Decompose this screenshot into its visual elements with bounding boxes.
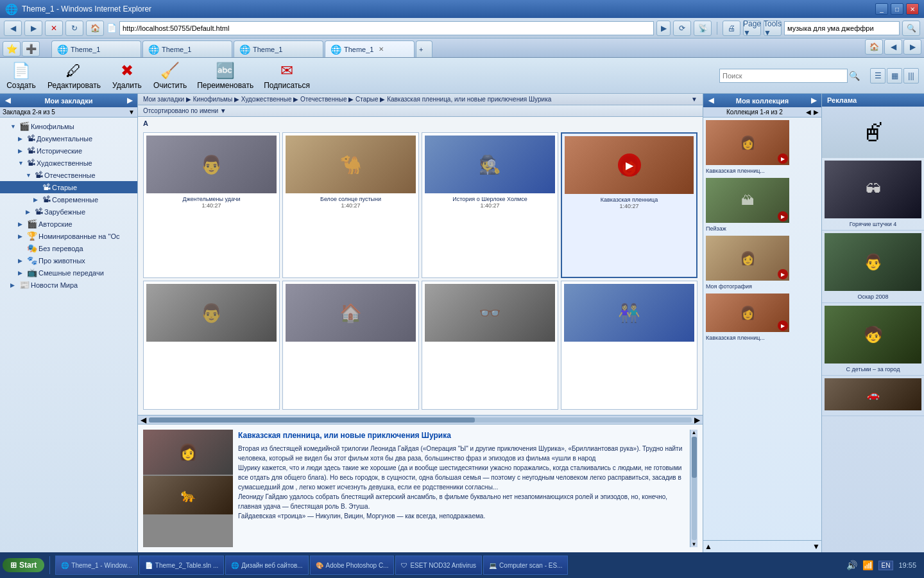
media-item-4[interactable]: 👨 [143,281,280,410]
coll-item-0[interactable]: 👩 ▶ [706,120,819,165]
media-item-2[interactable]: 🕵 История о Шерлоке Холмсе 1:40:27 [422,132,558,278]
coll-nav-prev[interactable]: ◀ [708,96,714,105]
coll-play-2[interactable]: ▶ [778,269,788,279]
window-controls[interactable]: _ □ ✕ [875,3,919,15]
panel-nav-icon[interactable]: ▼ [128,109,135,116]
tab-close-4[interactable]: ✕ [379,46,384,53]
tree-item-prozziv[interactable]: ▶ 🐾 Про животных [0,254,137,267]
forward-button[interactable]: ▶ [24,21,42,36]
list-view-button[interactable]: ☰ [870,68,886,83]
play-button-3[interactable]: ▶ [618,153,641,177]
grid-view-button[interactable]: ▦ [887,68,902,83]
tree-item-bezperev[interactable]: 🎭 Без перевода [0,242,137,254]
coll-item-2[interactable]: 👩 ▶ [706,236,819,281]
subscribe-button[interactable]: ✉ Подписаться [264,62,310,90]
language-button[interactable]: EN [878,561,894,570]
tree-item-hudozh[interactable]: ▼ 📽 Художественные [0,157,137,169]
clear-button[interactable]: 🧹 Очистить [153,62,187,90]
home-button[interactable]: 🏠 [86,21,104,36]
tree-item-histor[interactable]: ▶ 📽 Исторические [0,144,137,157]
media-item-3[interactable]: 👩 ▶ Кавказская пленница 1:40:27 [561,132,697,278]
coll-item-1[interactable]: 🏔 ▶ [706,178,819,223]
coll-nav-next[interactable]: ▶ [811,96,816,105]
media-item-1[interactable]: 🐪 Белое солнце пустыни 1:40:27 [282,132,419,278]
coll-play-0[interactable]: ▶ [778,153,788,164]
scroll-down[interactable]: ▼ [692,541,697,547]
coll-scroll-left[interactable]: ◀ [806,109,811,116]
ad-item-2[interactable]: 🧒 С детьми – за город [822,303,924,376]
coll-play-3[interactable]: ▶ [778,320,788,331]
scrollbar-right[interactable]: ▶ [694,416,700,425]
coll-up-arrow[interactable]: ▲ [705,542,712,551]
tab-3[interactable]: 🌐 Theme_1 [234,40,323,57]
minimize-button[interactable]: _ [875,3,888,15]
taskbar-item-5[interactable]: 💻 Computer scan - ES... [483,556,568,575]
tree-item-novosti[interactable]: ▶ 📰 Новости Мира [0,279,137,291]
toolbar-search-input[interactable] [719,69,848,83]
desc-title[interactable]: Кавказская пленница, или новые приключен… [238,430,685,441]
vertical-scrollbar[interactable]: ▲ ▼ [690,430,697,547]
page-button[interactable]: Page ▼ [743,21,761,36]
close-button[interactable]: ✕ [906,3,919,15]
edit-button[interactable]: 🖊 Редактировать [47,62,101,90]
toolbar-search-icon[interactable]: 🔍 [849,71,860,81]
horizontal-scrollbar[interactable]: ◀ ▶ [138,415,703,424]
taskbar-item-4[interactable]: 🛡 ESET NOD32 Antivirus [395,556,482,575]
stop-button[interactable]: ✕ [45,21,63,36]
print-button[interactable]: 🖨 [723,21,740,36]
tree-item-starye[interactable]: 📽 Старые [0,181,137,193]
restore-button[interactable]: □ [891,3,903,15]
tree-item-kinofil[interactable]: ▼ 🎬 Кинофильмы [0,120,137,132]
scrollbar-left[interactable]: ◀ [141,416,146,425]
tab-2[interactable]: 🌐 Theme_1 [142,40,232,57]
delete-button[interactable]: ✖ Удалить [111,62,143,90]
back-button[interactable]: ◀ [4,21,22,36]
create-button[interactable]: 📄 Создать [5,62,37,90]
start-button[interactable]: ⊞ Start [3,558,44,572]
tools-button[interactable]: Tools ▼ [764,21,782,36]
media-item-7[interactable]: 👫 [561,281,697,410]
rename-button[interactable]: 🔤 Переименовать [197,62,253,90]
scroll-up[interactable]: ▲ [692,430,697,435]
tab-1[interactable]: 🌐 Theme_1 [51,40,141,57]
taskbar-item-2[interactable]: 🌐 Дизайн веб сайтов... [225,556,308,575]
media-item-5[interactable]: 🏠 [282,281,419,410]
media-item-6[interactable]: 👓 [422,281,558,410]
tree-item-smeshnie[interactable]: ▶ 📺 Смешные передачи [0,267,137,279]
tab-nav-next[interactable]: ▶ [903,39,921,55]
breadcrumb-expand[interactable]: ▼ [691,96,697,103]
add-favorites-button[interactable]: ➕ [22,41,40,57]
tree-item-nomin[interactable]: ▶ 🏆 Номинированные на "Ос [0,230,137,242]
coll-scroll-right[interactable]: ▶ [814,109,819,116]
refresh-button[interactable]: ↻ [65,21,83,36]
browser-search-input[interactable] [784,21,900,35]
tree-item-avtor[interactable]: ▶ 🎬 Авторские [0,218,137,230]
tab-nav-home[interactable]: 🏠 [865,39,883,55]
rss-button[interactable]: 📡 [694,21,712,36]
coll-down-arrow[interactable]: ▼ [812,542,820,551]
browser-search-button[interactable]: 🔍 [902,21,920,36]
tab-nav-prev[interactable]: ◀ [884,39,902,55]
refresh-page-button[interactable]: ⟳ [673,21,691,36]
taskbar-item-1[interactable]: 📄 Theme_2_Table.sln ... [139,556,224,575]
new-tab-button[interactable]: + [416,40,432,57]
detail-view-button[interactable]: ||| [903,68,919,83]
tree-item-otech[interactable]: ▼ 📽 Отечественные [0,169,137,181]
media-item-0[interactable]: 👨 Джентельмены удачи 1:40:27 [143,132,280,278]
tree-item-sovrem[interactable]: ▶ 📽 Современные [0,193,137,206]
taskbar-item-3[interactable]: 🎨 Adobe Photoshop C... [310,556,395,575]
ad-item-0[interactable]: 🕶 Горячие штучки 4 [822,158,924,231]
coll-play-1[interactable]: ▶ [778,211,788,222]
sort-label[interactable]: Отсортировано по имени ▼ [143,107,227,114]
address-input[interactable] [119,21,654,35]
tree-item-zarubezhnie[interactable]: ▶ 📽 Зарубежные [0,206,137,218]
left-panel-nav-prev[interactable]: ◀ [5,96,10,105]
tree-item-docum[interactable]: ▶ 📽 Документальные [0,132,137,144]
ad-item-1[interactable]: 👨 Оскар 2008 [822,231,924,303]
tab-4[interactable]: 🌐 Theme_1 ✕ [325,40,415,57]
coll-item-3[interactable]: 👩 ▶ [706,293,819,332]
left-panel-nav-next[interactable]: ▶ [127,96,132,105]
taskbar-item-0[interactable]: 🌐 Theme_1 - Window... [55,556,137,575]
go-button[interactable]: ▶ [656,21,671,36]
favorites-button[interactable]: ⭐ [3,41,21,57]
